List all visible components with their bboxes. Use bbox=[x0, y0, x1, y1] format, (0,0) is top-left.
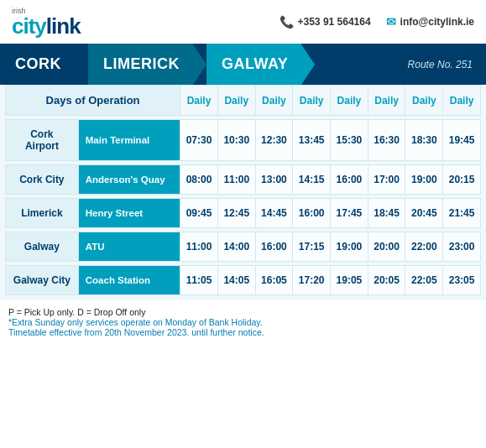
time-3-3: 17:15 bbox=[293, 232, 331, 262]
time-4-1: 14:05 bbox=[217, 266, 255, 295]
time-2-7: 21:45 bbox=[443, 199, 481, 228]
time-3-5: 20:00 bbox=[368, 232, 405, 262]
phone-icon: 📞 bbox=[280, 15, 294, 29]
time-4-2: 16:05 bbox=[255, 266, 293, 295]
stop-name-cell-4: Coach Station bbox=[78, 266, 180, 295]
city-cell-1: Cork City bbox=[6, 165, 79, 195]
route-stop-galway: GALWAY bbox=[206, 44, 301, 85]
time-0-0: 07:30 bbox=[180, 120, 218, 161]
time-4-7: 23:05 bbox=[443, 266, 481, 295]
city-cell-3: Galway bbox=[6, 232, 79, 262]
table-row: Cork CityAnderson's Quay08:0011:0013:001… bbox=[6, 165, 481, 195]
route-stop-limerick: LIMERICK bbox=[88, 44, 193, 85]
time-3-6: 22:00 bbox=[405, 232, 443, 262]
table-row: GalwayATU11:0014:0016:0017:1519:0020:002… bbox=[6, 232, 481, 262]
note-line2: *Extra Sunday only services operate on M… bbox=[8, 317, 478, 327]
time-2-0: 09:45 bbox=[180, 199, 218, 228]
time-0-1: 10:30 bbox=[217, 120, 255, 161]
notes-section: P = Pick Up only. D = Drop Off only *Ext… bbox=[0, 300, 486, 342]
timetable-wrapper: Days of OperationDailyDailyDailyDailyDai… bbox=[0, 85, 486, 300]
time-4-5: 20:05 bbox=[368, 266, 405, 295]
time-2-5: 18:45 bbox=[368, 199, 405, 228]
route-stop-cork: CORK bbox=[0, 44, 75, 85]
days-label: Days of Operation bbox=[6, 86, 180, 116]
time-1-0: 08:00 bbox=[180, 165, 218, 195]
time-0-3: 13:45 bbox=[293, 120, 331, 161]
time-3-7: 23:00 bbox=[443, 232, 481, 262]
time-2-2: 14:45 bbox=[255, 199, 293, 228]
phone-number: +353 91 564164 bbox=[298, 16, 371, 28]
time-1-2: 13:00 bbox=[255, 165, 293, 195]
city-cell-0: Cork Airport bbox=[6, 120, 79, 161]
time-0-7: 19:45 bbox=[443, 120, 481, 161]
note-line3: Timetable effective from 20th November 2… bbox=[8, 327, 478, 337]
day-5: Daily bbox=[368, 86, 405, 116]
logo-area: irish citylink bbox=[12, 7, 81, 37]
brand-logo: citylink bbox=[12, 15, 81, 37]
time-1-4: 16:00 bbox=[331, 165, 368, 195]
time-4-4: 19:05 bbox=[331, 266, 368, 295]
time-4-3: 17:20 bbox=[293, 266, 331, 295]
time-2-6: 20:45 bbox=[405, 199, 443, 228]
time-4-0: 11:05 bbox=[180, 266, 218, 295]
email-contact: ✉ info@citylink.ie bbox=[386, 15, 474, 29]
time-3-4: 19:00 bbox=[331, 232, 368, 262]
email-address: info@citylink.ie bbox=[400, 16, 474, 28]
contact-info: 📞 +353 91 564164 ✉ info@citylink.ie bbox=[280, 15, 474, 29]
day-2: Daily bbox=[255, 86, 293, 116]
table-row: Cork AirportMain Terminal07:3010:3012:30… bbox=[6, 120, 481, 161]
day-6: Daily bbox=[405, 86, 443, 116]
day-1: Daily bbox=[217, 86, 255, 116]
time-2-1: 12:45 bbox=[217, 199, 255, 228]
city-cell-4: Galway City bbox=[6, 266, 79, 295]
note-line1: P = Pick Up only. D = Drop Off only bbox=[8, 307, 478, 317]
day-3: Daily bbox=[293, 86, 331, 116]
table-row: LimerickHenry Street09:4512:4514:4516:00… bbox=[6, 199, 481, 228]
time-0-4: 15:30 bbox=[331, 120, 368, 161]
stop-name-cell-1: Anderson's Quay bbox=[78, 165, 180, 195]
time-0-2: 12:30 bbox=[255, 120, 293, 161]
page-header: irish citylink 📞 +353 91 564164 ✉ info@c… bbox=[0, 0, 486, 44]
time-2-3: 16:00 bbox=[293, 199, 331, 228]
time-2-4: 17:45 bbox=[331, 199, 368, 228]
arrow-1 bbox=[75, 44, 88, 85]
time-0-5: 16:30 bbox=[368, 120, 405, 161]
brand-part1: city bbox=[12, 13, 46, 39]
time-1-1: 11:00 bbox=[217, 165, 255, 195]
day-4: Daily bbox=[331, 86, 368, 116]
time-4-6: 22:05 bbox=[405, 266, 443, 295]
day-0: Daily bbox=[180, 86, 218, 116]
time-1-3: 14:15 bbox=[293, 165, 331, 195]
day-7: Daily bbox=[443, 86, 481, 116]
brand-part2: link bbox=[46, 13, 81, 39]
time-1-5: 17:00 bbox=[368, 165, 405, 195]
stop-name-cell-0: Main Terminal bbox=[78, 120, 180, 161]
time-3-2: 16:00 bbox=[255, 232, 293, 262]
time-0-6: 18:30 bbox=[405, 120, 443, 161]
time-3-0: 11:00 bbox=[180, 232, 218, 262]
route-number: Route No. 251 bbox=[408, 59, 486, 70]
time-3-1: 14:00 bbox=[217, 232, 255, 262]
stop-name-cell-2: Henry Street bbox=[78, 199, 180, 228]
time-1-7: 20:15 bbox=[443, 165, 481, 195]
email-icon: ✉ bbox=[386, 15, 396, 29]
timetable: Days of OperationDailyDailyDailyDailyDai… bbox=[5, 85, 481, 295]
stop-name-cell-3: ATU bbox=[78, 232, 180, 262]
phone-contact: 📞 +353 91 564164 bbox=[280, 15, 371, 29]
table-row: Galway CityCoach Station11:0514:0516:051… bbox=[6, 266, 481, 295]
city-cell-2: Limerick bbox=[6, 199, 79, 228]
arrow-2 bbox=[193, 44, 206, 85]
arrow-3 bbox=[301, 44, 315, 85]
route-banner: CORK LIMERICK GALWAY Route No. 251 bbox=[0, 44, 486, 85]
time-1-6: 19:00 bbox=[405, 165, 443, 195]
